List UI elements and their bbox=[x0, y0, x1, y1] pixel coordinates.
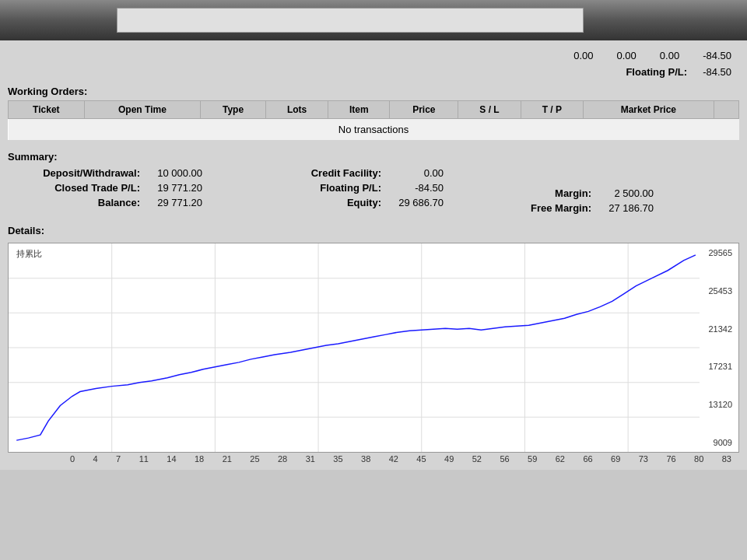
y5: 25453 bbox=[701, 286, 732, 296]
working-orders-table: Ticket Open Time Type Lots Item Price S … bbox=[8, 100, 739, 140]
col-ticket: Ticket bbox=[9, 101, 85, 119]
y6: 29565 bbox=[701, 248, 732, 257]
y2: 13120 bbox=[701, 400, 732, 409]
top-bar-input[interactable] bbox=[117, 8, 584, 33]
x4: 4 bbox=[93, 454, 98, 464]
x28: 28 bbox=[278, 454, 287, 464]
y4: 21342 bbox=[701, 324, 732, 334]
val2: 0.00 bbox=[617, 50, 637, 61]
col-sl: S / L bbox=[458, 101, 521, 119]
x35: 35 bbox=[333, 454, 342, 464]
x76: 76 bbox=[666, 454, 675, 464]
free-margin-value: 27 186.70 bbox=[591, 202, 654, 214]
y1: 9009 bbox=[701, 438, 732, 447]
x11: 11 bbox=[139, 454, 149, 464]
margin-label: Margin: bbox=[514, 187, 591, 199]
working-orders-title: Working Orders: bbox=[8, 86, 739, 97]
col-open-time: Open Time bbox=[84, 101, 201, 119]
val3: 0.00 bbox=[660, 50, 679, 61]
x59: 59 bbox=[528, 454, 537, 464]
x56: 56 bbox=[500, 454, 509, 464]
x66: 66 bbox=[583, 454, 592, 464]
balance-label: Balance: bbox=[16, 197, 140, 208]
no-transactions: No transactions bbox=[9, 119, 739, 141]
margin-value: 2 500.00 bbox=[591, 187, 654, 199]
x21: 21 bbox=[223, 454, 232, 464]
x52: 52 bbox=[472, 454, 482, 464]
col-item: Item bbox=[328, 101, 390, 119]
x62: 62 bbox=[556, 454, 565, 464]
y3: 17231 bbox=[701, 362, 732, 371]
closed-label: Closed Trade P/L: bbox=[16, 182, 140, 194]
x14: 14 bbox=[167, 454, 176, 464]
x45: 45 bbox=[416, 454, 426, 464]
top-numbers-row: 0.00 0.00 0.00 -84.50 bbox=[8, 47, 739, 63]
equity-value: 29 686.70 bbox=[381, 197, 444, 208]
col-type: Type bbox=[201, 101, 266, 119]
chart-svg bbox=[9, 243, 700, 452]
details-title: Details: bbox=[8, 225, 739, 236]
top-bar bbox=[0, 0, 747, 40]
x0: 0 bbox=[70, 454, 75, 464]
x83: 83 bbox=[722, 454, 731, 464]
credit-value: 0.00 bbox=[381, 167, 444, 179]
x42: 42 bbox=[389, 454, 398, 464]
sum-floating-value: -84.50 bbox=[381, 182, 444, 194]
val4: -84.50 bbox=[703, 50, 731, 61]
floating-pl-value: -84.50 bbox=[703, 66, 731, 78]
credit-label: Credit Facility: bbox=[288, 167, 381, 179]
col-market-price: Market Price bbox=[583, 101, 714, 119]
main-content: 0.00 0.00 0.00 -84.50 Floating P/L: -84.… bbox=[0, 40, 747, 470]
col-lots: Lots bbox=[265, 101, 328, 119]
col-extra bbox=[714, 101, 738, 119]
deposit-value: 10 000.00 bbox=[140, 167, 202, 179]
col-tp: T / P bbox=[521, 101, 583, 119]
col-price: Price bbox=[390, 101, 458, 119]
x7: 7 bbox=[116, 454, 121, 464]
x38: 38 bbox=[361, 454, 370, 464]
x31: 31 bbox=[306, 454, 315, 464]
x73: 73 bbox=[639, 454, 648, 464]
free-margin-label: Free Margin: bbox=[514, 202, 591, 214]
balance-value: 29 771.20 bbox=[140, 197, 202, 208]
summary-title: Summary: bbox=[8, 151, 739, 163]
x69: 69 bbox=[611, 454, 620, 464]
floating-pl-label: Floating P/L: bbox=[626, 66, 687, 78]
details-section: Details: 持累比 29565 25453 21342 17231 131… bbox=[8, 225, 739, 464]
x-axis-labels: 0 4 7 11 14 18 21 25 28 31 35 38 42 45 4… bbox=[8, 453, 739, 464]
equity-label: Equity: bbox=[288, 197, 381, 208]
val1: 0.00 bbox=[573, 50, 593, 61]
x18: 18 bbox=[195, 454, 204, 464]
y-axis: 29565 25453 21342 17231 13120 9009 bbox=[701, 243, 732, 452]
x80: 80 bbox=[694, 454, 703, 464]
floating-pl-row: Floating P/L: -84.50 bbox=[8, 63, 739, 81]
x25: 25 bbox=[250, 454, 259, 464]
sum-floating-label: Floating P/L: bbox=[288, 182, 381, 194]
summary-section: Summary: Deposit/Withdrawal: 10 000.00 C… bbox=[8, 151, 739, 214]
deposit-label: Deposit/Withdrawal: bbox=[16, 167, 140, 179]
closed-value: 19 771.20 bbox=[140, 182, 202, 194]
x49: 49 bbox=[444, 454, 454, 464]
